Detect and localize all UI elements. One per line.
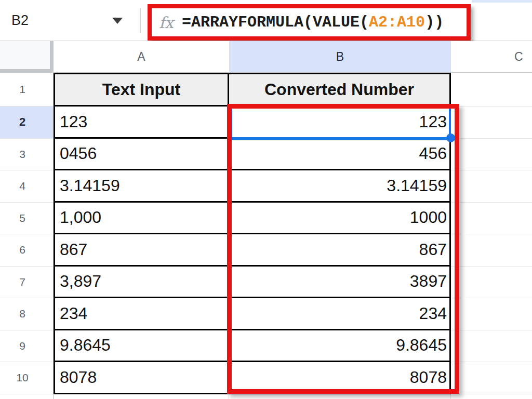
sheet-row-9: 99.86459.8645 [0, 330, 532, 363]
cell-C6[interactable] [451, 234, 532, 267]
cell-B10[interactable]: 8078 [229, 362, 451, 394]
cell-A7[interactable]: 3,897 [54, 267, 229, 299]
column-header-c[interactable]: C [451, 41, 532, 73]
formula-prefix: =ARRAYFORMULA(VALUE( [182, 14, 369, 31]
cell-B7[interactable]: 3897 [229, 267, 451, 299]
cell-C1[interactable] [451, 73, 532, 107]
cell-A10[interactable]: 8078 [54, 362, 229, 394]
spreadsheet-grid: A B C 1Text InputConverted Number2123123… [0, 41, 532, 399]
cell-A8[interactable]: 234 [54, 298, 229, 330]
cell-A1[interactable]: Text Input [54, 73, 229, 107]
column-header-a[interactable]: A [54, 41, 229, 73]
cell-A3[interactable]: 0456 [54, 139, 229, 171]
row-header-6[interactable]: 6 [0, 234, 54, 267]
row-header-3[interactable]: 3 [0, 139, 54, 171]
formula-bar-annotation-box: fx =ARRAYFORMULA(VALUE(A2:A10)) [148, 4, 471, 41]
sheet-row-8: 8234234 [0, 298, 532, 330]
cell-B11[interactable] [229, 394, 451, 399]
cell-A4[interactable]: 3.14159 [54, 170, 229, 203]
row-header-11[interactable] [0, 394, 54, 399]
row-header-7[interactable]: 7 [0, 267, 54, 299]
cell-B2[interactable]: 123 [229, 107, 451, 139]
formula-input[interactable]: =ARRAYFORMULA(VALUE(A2:A10)) [182, 14, 444, 31]
cell-B8[interactable]: 234 [229, 298, 451, 330]
formula-suffix: )) [425, 14, 444, 31]
cell-B4[interactable]: 3.14159 [229, 170, 451, 203]
row-header-4[interactable]: 4 [0, 170, 54, 203]
cell-C7[interactable] [451, 267, 532, 299]
row-header-10[interactable]: 10 [0, 362, 54, 394]
cell-C2[interactable] [451, 107, 532, 139]
select-all-corner[interactable] [0, 41, 54, 73]
name-box-dropdown-icon[interactable] [112, 18, 123, 24]
cell-B6[interactable]: 867 [229, 234, 451, 267]
fx-icon: fx [159, 14, 174, 32]
sheet-row-11-partial [0, 394, 532, 399]
sheet-row-10: 1080788078 [0, 362, 532, 394]
grid-rows: 1Text InputConverted Number2123123304564… [0, 73, 532, 399]
cell-A9[interactable]: 9.8645 [54, 330, 229, 363]
cell-C8[interactable] [451, 298, 532, 330]
cell-A2[interactable]: 123 [54, 107, 229, 139]
column-header-row: A B C [0, 41, 532, 73]
row-header-1[interactable]: 1 [0, 73, 54, 107]
cell-C4[interactable] [451, 170, 532, 203]
sheet-row-7: 73,8973897 [0, 267, 532, 299]
cell-A5[interactable]: 1,000 [54, 203, 229, 235]
row-header-2[interactable]: 2 [0, 107, 54, 139]
fill-handle[interactable] [446, 134, 455, 142]
cell-A11[interactable] [54, 394, 229, 399]
row-header-5[interactable]: 5 [0, 203, 54, 235]
formula-range: A2:A10 [369, 14, 425, 31]
top-right-tint [472, 0, 532, 3]
toolbar-divider [140, 8, 141, 33]
spreadsheet-app: B2 fx =ARRAYFORMULA(VALUE(A2:A10)) A B C… [0, 0, 532, 399]
cell-B9[interactable]: 9.8645 [229, 330, 451, 363]
sheet-row-4: 43.141593.14159 [0, 170, 532, 203]
sheet-row-6: 6867867 [0, 234, 532, 267]
sheet-row-5: 51,0001000 [0, 203, 532, 235]
name-box[interactable]: B2 [11, 12, 29, 29]
row-header-9[interactable]: 9 [0, 330, 54, 363]
cell-A6[interactable]: 867 [54, 234, 229, 267]
cell-C10[interactable] [451, 362, 532, 394]
cell-C11[interactable] [451, 394, 532, 399]
sheet-row-1: 1Text InputConverted Number [0, 73, 532, 107]
cell-C3[interactable] [451, 139, 532, 171]
cell-C9[interactable] [451, 330, 532, 363]
cell-B3[interactable]: 456 [229, 139, 451, 171]
cell-C5[interactable] [451, 203, 532, 235]
cell-B5[interactable]: 1000 [229, 203, 451, 235]
sheet-row-3: 30456456 [0, 139, 532, 171]
row-header-8[interactable]: 8 [0, 298, 54, 330]
cell-B1[interactable]: Converted Number [229, 73, 451, 107]
column-header-b[interactable]: B [229, 41, 451, 73]
